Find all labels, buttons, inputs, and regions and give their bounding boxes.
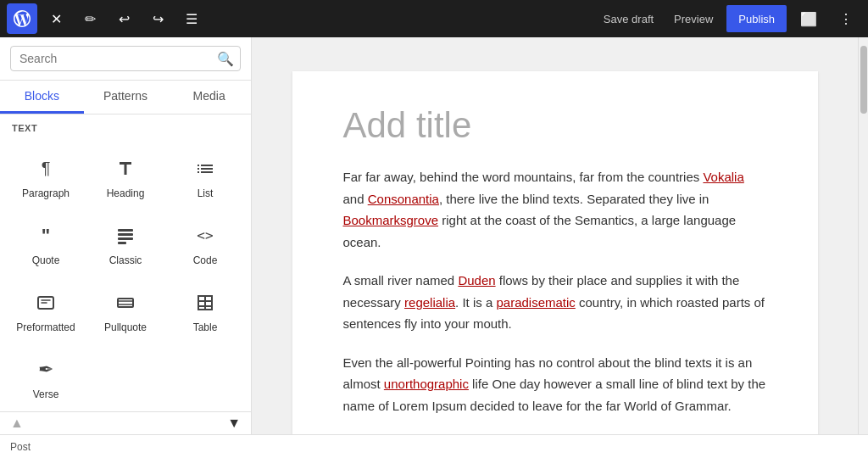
section-text-label: TEXT <box>0 114 251 138</box>
block-item-pullquote[interactable]: Pullquote <box>86 276 164 341</box>
undo-button[interactable]: ↩ <box>108 3 139 34</box>
blocks-grid: ¶ Paragraph Heading List " Quote <box>0 138 251 411</box>
svg-rect-0 <box>118 229 133 232</box>
right-scrollbar[interactable] <box>858 37 868 434</box>
scroll-down-btn[interactable]: ▼ <box>227 416 241 431</box>
block-item-list[interactable]: List <box>166 142 244 207</box>
tab-patterns[interactable]: Patterns <box>84 81 168 114</box>
save-draft-button[interactable]: Save draft <box>597 8 660 31</box>
table-icon <box>190 288 220 318</box>
pullquote-icon <box>110 288 141 318</box>
link-vokalia[interactable]: Vokalia <box>703 170 743 184</box>
paragraph-2[interactable]: A small river named Duden flows by their… <box>343 270 767 335</box>
quote-icon: " <box>31 221 61 251</box>
quote-label: Quote <box>32 254 60 266</box>
preformatted-icon <box>31 288 61 318</box>
paragraph-icon: ¶ <box>31 154 61 184</box>
heading-icon <box>110 154 141 184</box>
close-button[interactable]: ✕ <box>41 3 71 34</box>
toggle-sidebar-button[interactable]: ⬜ <box>793 3 824 34</box>
code-icon: <> <box>190 221 220 251</box>
svg-rect-1 <box>118 233 133 236</box>
content-editor: Add title Far far away, behind the word … <box>292 71 818 434</box>
main-area: 🔍 Blocks Patterns Media TEXT ¶ Paragraph… <box>0 37 868 434</box>
status-bar: Post <box>0 434 868 458</box>
redo-button[interactable]: ↪ <box>142 3 173 34</box>
block-item-table[interactable]: Table <box>166 276 244 341</box>
block-item-heading[interactable]: Heading <box>86 142 164 207</box>
block-item-verse[interactable]: ✒ Verse <box>7 343 85 408</box>
search-icon[interactable]: 🔍 <box>217 51 234 67</box>
tabs-container: Blocks Patterns Media <box>0 81 251 114</box>
table-label: Table <box>193 321 218 333</box>
list-icon <box>190 154 220 184</box>
wordpress-logo[interactable] <box>7 3 37 34</box>
svg-rect-3 <box>118 242 126 244</box>
link-unorthographic[interactable]: unorthographic <box>384 377 469 391</box>
content-area[interactable]: Add title Far far away, behind the word … <box>252 37 858 434</box>
heading-label: Heading <box>107 187 145 199</box>
verse-label: Verse <box>33 388 59 400</box>
publish-button[interactable]: Publish <box>726 5 787 32</box>
search-input[interactable] <box>10 46 241 71</box>
block-item-code[interactable]: <> Code <box>166 209 244 274</box>
paragraph-3[interactable]: Even the all-powerful Pointing has no co… <box>343 352 767 417</box>
sidebar: 🔍 Blocks Patterns Media TEXT ¶ Paragraph… <box>0 37 252 434</box>
tab-blocks[interactable]: Blocks <box>0 81 84 114</box>
toolbar: ✕ ✏ ↩ ↪ ☰ Save draft Preview Publish ⬜ ⋮ <box>0 0 868 37</box>
paragraph-1[interactable]: Far far away, behind the word mountains,… <box>343 166 767 253</box>
status-label: Post <box>10 441 31 453</box>
block-item-preformatted[interactable]: Preformatted <box>7 276 85 341</box>
code-label: Code <box>193 254 218 266</box>
block-item-paragraph[interactable]: ¶ Paragraph <box>7 142 85 207</box>
preview-button[interactable]: Preview <box>667 8 720 31</box>
toolbar-right: Save draft Preview Publish ⬜ ⋮ <box>597 3 861 34</box>
list-view-button[interactable]: ☰ <box>176 3 207 34</box>
block-item-classic[interactable]: Classic <box>86 209 164 274</box>
classic-icon <box>110 221 141 251</box>
paragraph-label: Paragraph <box>22 187 70 199</box>
link-paradisematic[interactable]: paradisematic <box>496 295 575 310</box>
tab-media[interactable]: Media <box>167 81 251 114</box>
edit-button[interactable]: ✏ <box>75 3 105 34</box>
link-consonantia[interactable]: Consonantia <box>368 192 439 206</box>
link-bookmarksgrove[interactable]: Bookmarksgrove <box>343 213 439 227</box>
verse-icon: ✒ <box>31 355 61 385</box>
svg-rect-5 <box>118 299 133 307</box>
link-duden[interactable]: Duden <box>458 273 495 288</box>
svg-rect-2 <box>118 237 133 240</box>
preformatted-label: Preformatted <box>16 321 75 333</box>
search-box: 🔍 <box>0 37 251 81</box>
block-item-quote[interactable]: " Quote <box>7 209 85 274</box>
toolbar-left: ✕ ✏ ↩ ↪ ☰ <box>7 3 207 34</box>
more-options-button[interactable]: ⋮ <box>831 3 861 34</box>
pullquote-label: Pullquote <box>104 321 147 333</box>
list-label: List <box>198 187 214 199</box>
link-regelialia[interactable]: regelialia <box>404 295 455 310</box>
classic-label: Classic <box>109 254 142 266</box>
post-title[interactable]: Add title <box>343 105 767 146</box>
scroll-up-btn[interactable]: ▲ <box>10 416 24 431</box>
